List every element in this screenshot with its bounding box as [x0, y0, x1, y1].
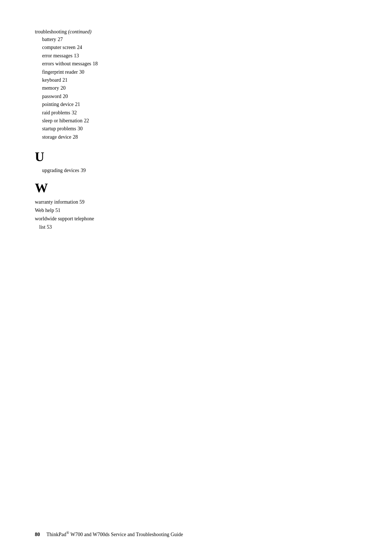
- entry-text: pointing device: [42, 101, 74, 109]
- continued-label: (continued): [68, 29, 91, 34]
- troubleshooting-entries: battery 27 computer screen 24 error mess…: [42, 36, 357, 141]
- list-item: list 53: [35, 223, 357, 231]
- list-item: battery 27: [42, 36, 357, 44]
- w-heading: W: [35, 181, 357, 196]
- list-item: password 20: [42, 93, 357, 101]
- list-item: worldwide support telephone: [35, 215, 357, 223]
- entry-page: 53: [47, 224, 52, 230]
- entry-text: startup problems: [42, 125, 76, 133]
- entry-page: 59: [79, 199, 85, 205]
- entry-text: fingerprint reader: [42, 68, 78, 76]
- entry-text: storage device: [42, 133, 71, 141]
- troubleshooting-section: troubleshooting (continued) battery 27 c…: [35, 29, 357, 141]
- entry-text: list: [39, 224, 45, 230]
- entry-text: errors without messages: [42, 60, 91, 68]
- u-heading: U: [35, 150, 357, 164]
- list-item: errors without messages 18: [42, 60, 357, 68]
- entry-text: Web help: [35, 208, 54, 213]
- entry-page: 28: [73, 133, 78, 141]
- entry-page: 39: [81, 167, 86, 175]
- entry-text: warranty information: [35, 199, 78, 205]
- footer-page-number: 80: [35, 532, 40, 538]
- list-item: storage device 28: [42, 133, 357, 141]
- entry-page: 20: [61, 84, 66, 92]
- section-title: troubleshooting: [35, 29, 67, 34]
- u-entries: upgrading devices 39: [42, 167, 357, 175]
- list-item: memory 20: [42, 84, 357, 92]
- entry-page: 18: [93, 60, 98, 68]
- entry-text: memory: [42, 84, 59, 92]
- list-item: warranty information 59: [35, 198, 357, 206]
- w-section: W warranty information 59 Web help 51 wo…: [35, 181, 357, 231]
- list-item: fingerprint reader 30: [42, 68, 357, 76]
- list-item: error messages 13: [42, 52, 357, 60]
- entry-page: 30: [78, 125, 83, 133]
- entry-page: 22: [84, 117, 89, 125]
- entry-text: battery: [42, 36, 56, 44]
- page: troubleshooting (continued) battery 27 c…: [0, 0, 392, 555]
- footer-text: ThinkPad® W700 and W700ds Service and Tr…: [46, 530, 183, 538]
- entry-page: 13: [74, 52, 79, 60]
- entry-page: 32: [72, 109, 77, 117]
- section-header: troubleshooting (continued): [35, 29, 357, 35]
- list-item: sleep or hibernation 22: [42, 117, 357, 125]
- list-item: Web help 51: [35, 206, 357, 215]
- entry-text: sleep or hibernation: [42, 117, 82, 125]
- entry-text: error messages: [42, 52, 73, 60]
- entry-text: raid problems: [42, 109, 70, 117]
- entry-page: 30: [79, 68, 84, 76]
- entry-page: 51: [55, 208, 60, 213]
- trademark-symbol: ®: [66, 530, 69, 535]
- u-section: U upgrading devices 39: [35, 150, 357, 175]
- list-item: upgrading devices 39: [42, 167, 357, 175]
- list-item: computer screen 24: [42, 44, 357, 52]
- entry-text: password: [42, 93, 61, 101]
- entry-text: worldwide support telephone: [35, 216, 94, 221]
- w-entries: warranty information 59 Web help 51 worl…: [35, 198, 357, 231]
- entry-page: 27: [58, 36, 63, 44]
- footer: 80 ThinkPad® W700 and W700ds Service and…: [35, 530, 357, 538]
- entry-text: upgrading devices: [42, 167, 79, 175]
- entry-text: computer screen: [42, 44, 75, 52]
- list-item: startup problems 30: [42, 125, 357, 133]
- list-item: raid problems 32: [42, 109, 357, 117]
- entry-page: 20: [63, 93, 68, 101]
- list-item: pointing device 21: [42, 101, 357, 109]
- entry-text: keyboard: [42, 76, 61, 84]
- list-item: keyboard 21: [42, 76, 357, 84]
- entry-page: 21: [62, 76, 68, 84]
- entry-page: 24: [77, 44, 82, 52]
- entry-page: 21: [75, 101, 80, 109]
